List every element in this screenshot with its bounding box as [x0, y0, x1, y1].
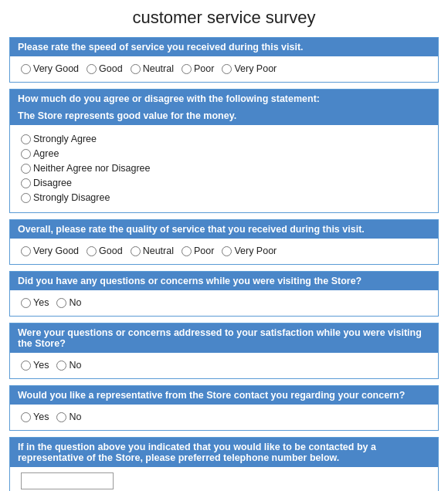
- agree-options: Strongly Agree Agree Neither Agree nor D…: [21, 130, 427, 206]
- page-title: customer service survey: [9, 8, 439, 28]
- radio-quality-verygood[interactable]: Very Good: [21, 246, 79, 256]
- section-contact-body: Yes No: [10, 405, 438, 430]
- radio-addressed-no[interactable]: No: [56, 360, 81, 371]
- addressed-options: Yes No: [21, 358, 427, 372]
- section-quality-header: Overall, please rate the quality of serv…: [10, 220, 438, 239]
- radio-strongly-disagree[interactable]: Strongly Disagree: [21, 192, 427, 203]
- questions-options: Yes No: [21, 296, 427, 310]
- radio-contact-no[interactable]: No: [56, 411, 81, 422]
- quality-options: Very Good Good Neutral Poor Very Poor: [21, 244, 427, 258]
- radio-speed-verypoor[interactable]: Very Poor: [222, 63, 277, 74]
- section-questions-body: Yes No: [10, 290, 438, 316]
- radio-strongly-agree[interactable]: Strongly Agree: [21, 134, 427, 144]
- section-contact: Would you like a representative from the…: [9, 385, 439, 431]
- radio-speed-poor[interactable]: Poor: [182, 63, 214, 74]
- radio-questions-no[interactable]: No: [56, 297, 81, 308]
- survey-page: customer service survey Please rate the …: [0, 0, 448, 491]
- section-quality-body: Very Good Good Neutral Poor Very Poor: [10, 239, 438, 264]
- section-agree-header: How much do you agree or disagree with t…: [10, 90, 438, 108]
- radio-quality-poor[interactable]: Poor: [182, 246, 214, 256]
- radio-questions-yes[interactable]: Yes: [21, 297, 49, 308]
- radio-disagree[interactable]: Disagree: [21, 178, 427, 188]
- radio-contact-yes[interactable]: Yes: [21, 411, 49, 422]
- speed-options: Very Good Good Neutral Poor Very Poor: [21, 62, 427, 76]
- section-phone-header: If in the question above you indicated t…: [10, 438, 438, 467]
- section-addressed-header: Were your questions or concerns addresse…: [10, 323, 438, 353]
- radio-quality-neutral[interactable]: Neutral: [131, 246, 174, 256]
- radio-speed-neutral[interactable]: Neutral: [131, 63, 174, 74]
- contact-options: Yes No: [21, 410, 427, 424]
- radio-quality-good[interactable]: Good: [87, 246, 123, 256]
- section-phone-body: [10, 467, 438, 491]
- radio-speed-good[interactable]: Good: [87, 63, 123, 74]
- section-agree-subheader: The Store represents good value for the …: [10, 108, 438, 125]
- section-addressed: Were your questions or concerns addresse…: [9, 323, 439, 379]
- section-agree: How much do you agree or disagree with t…: [9, 89, 439, 213]
- section-addressed-body: Yes No: [10, 353, 438, 378]
- radio-addressed-yes[interactable]: Yes: [21, 360, 49, 371]
- radio-neither[interactable]: Neither Agree nor Disagree: [21, 163, 427, 174]
- radio-quality-verypoor[interactable]: Very Poor: [222, 246, 277, 256]
- section-contact-header: Would you like a representative from the…: [10, 386, 438, 405]
- radio-agree[interactable]: Agree: [21, 148, 427, 159]
- section-quality: Overall, please rate the quality of serv…: [9, 219, 439, 265]
- section-speed-body: Very Good Good Neutral Poor Very Poor: [10, 56, 438, 82]
- section-questions-header: Did you have any questions or concerns w…: [10, 272, 438, 290]
- phone-input[interactable]: [21, 472, 114, 489]
- section-questions: Did you have any questions or concerns w…: [9, 271, 439, 317]
- section-speed-header: Please rate the speed of service you rec…: [10, 38, 438, 56]
- section-speed: Please rate the speed of service you rec…: [9, 37, 439, 83]
- section-agree-body: Strongly Agree Agree Neither Agree nor D…: [10, 125, 438, 212]
- radio-speed-verygood[interactable]: Very Good: [21, 63, 79, 74]
- section-phone: If in the question above you indicated t…: [9, 437, 439, 491]
